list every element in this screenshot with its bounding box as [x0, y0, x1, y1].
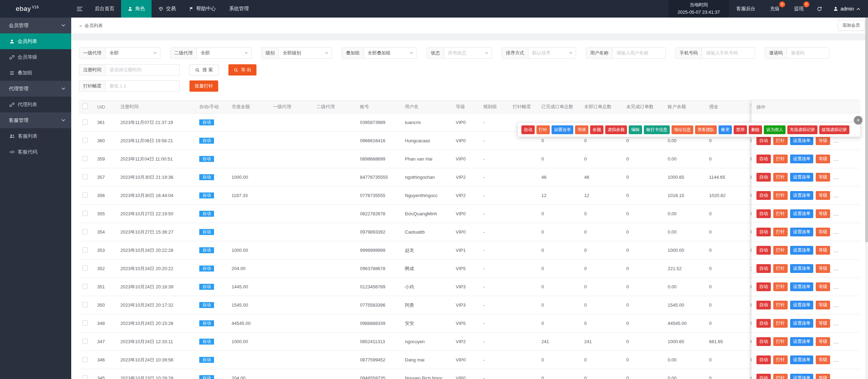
mode-badge[interactable]: 自动	[199, 247, 214, 253]
action-button-自动[interactable]: 自动	[756, 228, 771, 236]
action-button-打针[interactable]: 打针	[773, 173, 788, 182]
more-actions-button[interactable]: …	[833, 174, 840, 181]
panel-action-button-账变[interactable]: 账变	[719, 125, 732, 134]
row-checkbox[interactable]	[82, 192, 88, 198]
more-actions-button[interactable]: …	[833, 266, 840, 272]
action-button-打针[interactable]: 打针	[773, 374, 788, 379]
sidebar-item-客服列表[interactable]: 客服列表	[0, 128, 71, 144]
action-button-自动[interactable]: 自动	[756, 246, 771, 255]
action-button-等级[interactable]: 等级	[816, 374, 830, 379]
inject-range-input[interactable]: 最低 1.1	[106, 81, 179, 91]
row-checkbox[interactable]	[82, 357, 88, 362]
filter-select-value[interactable]: 所有状态	[444, 48, 492, 58]
action-button-自动[interactable]: 自动	[756, 264, 771, 273]
filter-select-value[interactable]: 全部级别	[279, 48, 332, 58]
row-checkbox[interactable]	[82, 138, 88, 143]
row-checkbox[interactable]	[82, 229, 88, 234]
mode-badge[interactable]: 自动	[199, 192, 214, 198]
panel-action-button-银行卡信息[interactable]: 银行卡信息	[644, 125, 670, 134]
action-button-设置连单[interactable]: 设置连单	[790, 264, 813, 273]
action-button-打针[interactable]: 打针	[773, 228, 788, 236]
mode-badge[interactable]: 自动	[199, 339, 214, 345]
panel-action-button-打针[interactable]: 打针	[536, 125, 550, 134]
action-button-设置连单[interactable]: 设置连单	[790, 246, 813, 255]
row-checkbox[interactable]	[82, 211, 88, 216]
panel-action-button-等级[interactable]: 等级	[575, 125, 588, 134]
menu-toggle-icon[interactable]	[71, 0, 88, 18]
filter-select-value[interactable]: 全部叠加组	[364, 48, 416, 58]
panel-action-button-提现虚拟记录[interactable]: 提现虚拟记录	[819, 125, 849, 134]
more-actions-button[interactable]: …	[833, 211, 840, 217]
filter-select-value[interactable]: 全部	[197, 48, 251, 58]
mode-badge[interactable]: 自动	[199, 229, 214, 235]
topbar-link[interactable]: 充值0	[763, 0, 787, 18]
action-button-自动[interactable]: 自动	[756, 209, 771, 218]
action-button-打针[interactable]: 打针	[773, 246, 788, 255]
row-checkbox[interactable]	[82, 339, 88, 344]
mode-badge[interactable]: 自动	[199, 266, 214, 272]
sidebar-item-会员等级[interactable]: 会员等级	[0, 49, 71, 65]
action-button-设置连单[interactable]: 设置连单	[790, 173, 813, 182]
action-button-自动[interactable]: 自动	[756, 374, 771, 379]
more-actions-button[interactable]: …	[833, 284, 840, 290]
action-button-设置连单[interactable]: 设置连单	[790, 355, 813, 364]
action-button-等级[interactable]: 等级	[816, 282, 830, 291]
sidebar-group-代理管理[interactable]: 代理管理	[0, 81, 71, 97]
row-checkbox[interactable]	[82, 302, 88, 307]
more-actions-button[interactable]: …	[833, 357, 840, 363]
sidebar-group-客服管理[interactable]: 客服管理	[0, 112, 71, 128]
action-button-打针[interactable]: 打针	[773, 282, 788, 291]
action-button-等级[interactable]: 等级	[816, 319, 830, 328]
action-button-等级[interactable]: 等级	[816, 155, 830, 163]
panel-action-button-查看团队[interactable]: 查看团队	[695, 125, 717, 134]
more-actions-button[interactable]: …	[833, 156, 840, 162]
action-button-自动[interactable]: 自动	[756, 191, 771, 200]
action-button-自动[interactable]: 自动	[756, 155, 771, 163]
panel-action-button-设为假人[interactable]: 设为假人	[764, 125, 786, 134]
action-button-打针[interactable]: 打针	[773, 209, 788, 218]
action-button-打针[interactable]: 打针	[773, 301, 788, 309]
action-button-打针[interactable]: 打针	[773, 136, 788, 145]
mode-badge[interactable]: 自动	[199, 156, 214, 162]
row-checkbox[interactable]	[82, 320, 88, 326]
panel-action-button-自动[interactable]: 自动	[521, 125, 535, 134]
mode-badge[interactable]: 自动	[199, 119, 214, 125]
mode-badge[interactable]: 自动	[199, 320, 214, 326]
action-button-等级[interactable]: 等级	[816, 246, 830, 255]
mode-badge[interactable]: 自动	[199, 375, 214, 379]
more-actions-button[interactable]: …	[833, 229, 840, 235]
action-button-自动[interactable]: 自动	[756, 173, 771, 182]
filter-select-value[interactable]: 全部	[106, 48, 160, 58]
action-button-等级[interactable]: 等级	[816, 136, 830, 145]
action-button-设置连单[interactable]: 设置连单	[790, 155, 813, 163]
user-menu[interactable]: admin	[828, 0, 868, 18]
action-button-设置连单[interactable]: 设置连单	[790, 228, 813, 236]
more-actions-button[interactable]: …	[833, 302, 840, 308]
batch-inject-button[interactable]: 批量打针	[189, 80, 218, 92]
more-actions-button[interactable]: …	[833, 192, 840, 199]
row-checkbox[interactable]	[82, 156, 88, 161]
panel-action-button-虚拟余额[interactable]: 虚拟余额	[605, 125, 627, 134]
action-button-等级[interactable]: 等级	[816, 337, 830, 346]
action-button-设置连单[interactable]: 设置连单	[790, 337, 813, 346]
action-button-打针[interactable]: 打针	[773, 355, 788, 364]
action-button-等级[interactable]: 等级	[816, 228, 830, 236]
action-button-设置连单[interactable]: 设置连单	[790, 191, 813, 200]
top-nav-item[interactable]: 系统管理	[222, 0, 255, 18]
panel-action-button-删除[interactable]: 删除	[749, 125, 762, 134]
export-button[interactable]: 导 出	[228, 64, 257, 76]
mode-badge[interactable]: 自动	[199, 284, 214, 290]
action-button-设置连单[interactable]: 设置连单	[790, 374, 813, 379]
sidebar-item-代理列表[interactable]: 代理列表	[0, 97, 71, 112]
action-button-等级[interactable]: 等级	[816, 301, 830, 309]
select-all-checkbox[interactable]	[82, 104, 88, 109]
action-button-设置连单[interactable]: 设置连单	[790, 282, 813, 291]
register-time-input[interactable]: 请选择注册时间	[106, 65, 179, 75]
sidebar-item-会员列表[interactable]: 会员列表	[0, 33, 71, 49]
row-checkbox[interactable]	[82, 284, 88, 289]
top-nav-item[interactable]: 帮助中心	[182, 0, 222, 18]
top-nav-item[interactable]: 交易	[152, 0, 182, 18]
scrollbar[interactable]	[865, 18, 868, 379]
mode-badge[interactable]: 自动	[199, 302, 214, 308]
row-checkbox[interactable]	[82, 119, 88, 125]
